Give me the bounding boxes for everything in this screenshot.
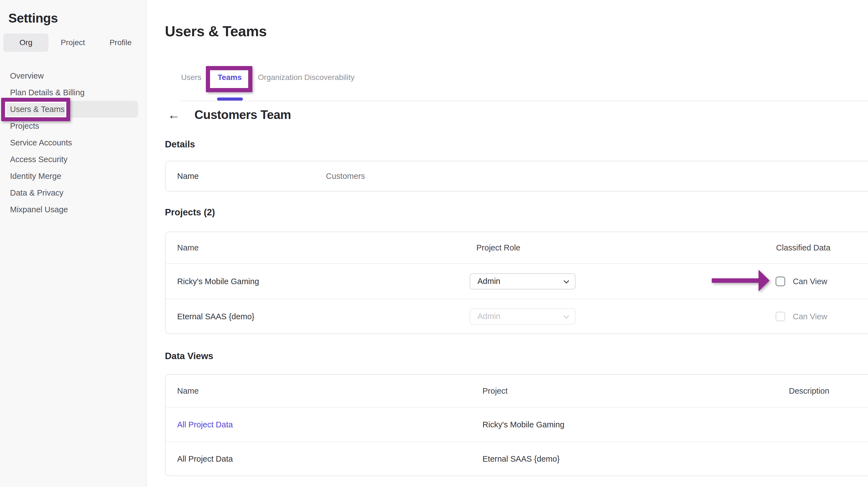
settings-sidebar: Settings Org Project Profile Overview Pl… — [0, 0, 147, 487]
projects-section-heading: Projects (2) — [165, 207, 868, 218]
data-view-project: Eternal SAAS {demo} — [483, 454, 560, 464]
data-view-row-rickys: All Project Data Ricky's Mobile Gaming — [165, 407, 868, 442]
projects-table-header: Name Project Role Classified Data — [165, 232, 868, 264]
details-name-label: Name — [177, 172, 198, 181]
project-name: Eternal SAAS {demo} — [177, 312, 254, 321]
sidebar-item-projects[interactable]: Projects — [0, 118, 146, 134]
settings-menu: Overview Plan Details & Billing Users & … — [0, 67, 146, 218]
chevron-down-icon — [563, 278, 569, 284]
data-views-section-heading: Data Views — [165, 351, 868, 361]
project-row-eternal-saas-demo: Eternal SAAS {demo} Admin Can View — [165, 299, 868, 334]
details-card: Name Customers — [165, 161, 868, 191]
tabs-divider — [181, 100, 868, 101]
data-views-table: Name Project Description All Project Dat… — [165, 374, 868, 476]
classified-data-checkbox[interactable] — [776, 276, 785, 286]
column-header-project: Project — [483, 387, 507, 396]
page-tabs: Users Teams Organization Discoverability — [181, 73, 868, 82]
sidebar-tab-profile[interactable]: Profile — [97, 33, 144, 52]
annotation-arrow — [712, 270, 770, 292]
data-view-link-all-project-data[interactable]: All Project Data — [177, 420, 233, 429]
column-header-name: Name — [177, 387, 198, 396]
settings-title: Settings — [8, 10, 146, 26]
sidebar-item-access-security[interactable]: Access Security — [0, 151, 146, 168]
classified-data-checkbox-disabled — [776, 311, 785, 321]
page-title: Users & Teams — [165, 23, 868, 39]
sidebar-item-mixpanel-usage[interactable]: Mixpanel Usage — [0, 201, 146, 218]
sidebar-item-data-privacy[interactable]: Data & Privacy — [0, 184, 146, 201]
team-heading: Customers Team — [194, 108, 291, 122]
team-header: ← Customers Team — [168, 108, 868, 122]
details-name-value: Customers — [326, 172, 365, 181]
data-view-name-all-project-data: All Project Data — [177, 454, 233, 464]
can-view-label: Can View — [793, 277, 827, 286]
chevron-down-icon — [563, 313, 569, 319]
sidebar-item-service-accounts[interactable]: Service Accounts — [0, 134, 146, 151]
sidebar-item-plan-details-billing[interactable]: Plan Details & Billing — [0, 84, 146, 101]
project-role-value: Admin — [477, 312, 500, 321]
tab-teams-label: Teams — [218, 73, 242, 82]
sidebar-tab-project[interactable]: Project — [49, 33, 97, 52]
project-row-rickys-mobile-gaming: Ricky's Mobile Gaming Admin Can View — [165, 264, 868, 299]
settings-scope-tabs: Org Project Profile — [3, 33, 146, 52]
column-header-classified-data: Classified Data — [776, 243, 830, 252]
back-arrow-icon[interactable]: ← — [168, 109, 180, 121]
users-teams-page: Users & Teams Users Teams Organization D… — [147, 0, 868, 487]
sidebar-item-users-teams[interactable]: Users & Teams — [4, 101, 138, 118]
can-view-label: Can View — [793, 312, 827, 321]
data-view-project: Ricky's Mobile Gaming — [483, 420, 564, 429]
sidebar-item-label: Users & Teams — [10, 105, 65, 114]
annotation-arrow-shaft — [712, 278, 760, 283]
sidebar-item-identity-merge[interactable]: Identity Merge — [0, 168, 146, 184]
data-views-table-header: Name Project Description — [165, 375, 868, 407]
details-section-heading: Details — [165, 139, 868, 150]
column-header-project-role: Project Role — [476, 243, 520, 252]
projects-table: Name Project Role Classified Data Ricky'… — [165, 232, 868, 334]
data-view-row-eternal: All Project Data Eternal SAAS {demo} — [165, 442, 868, 476]
column-header-description: Description — [789, 387, 829, 396]
tab-organization-discoverability[interactable]: Organization Discoverability — [258, 73, 354, 82]
project-role-dropdown-disabled: Admin — [470, 308, 576, 325]
project-name: Ricky's Mobile Gaming — [177, 277, 259, 286]
tab-users[interactable]: Users — [181, 73, 202, 82]
project-role-value: Admin — [477, 277, 500, 286]
column-header-name: Name — [177, 243, 198, 252]
sidebar-tab-org[interactable]: Org — [3, 33, 49, 52]
project-role-dropdown[interactable]: Admin — [470, 273, 576, 290]
sidebar-item-overview[interactable]: Overview — [0, 67, 146, 84]
annotation-arrow-head — [758, 270, 770, 292]
tab-teams[interactable]: Teams — [218, 73, 242, 82]
